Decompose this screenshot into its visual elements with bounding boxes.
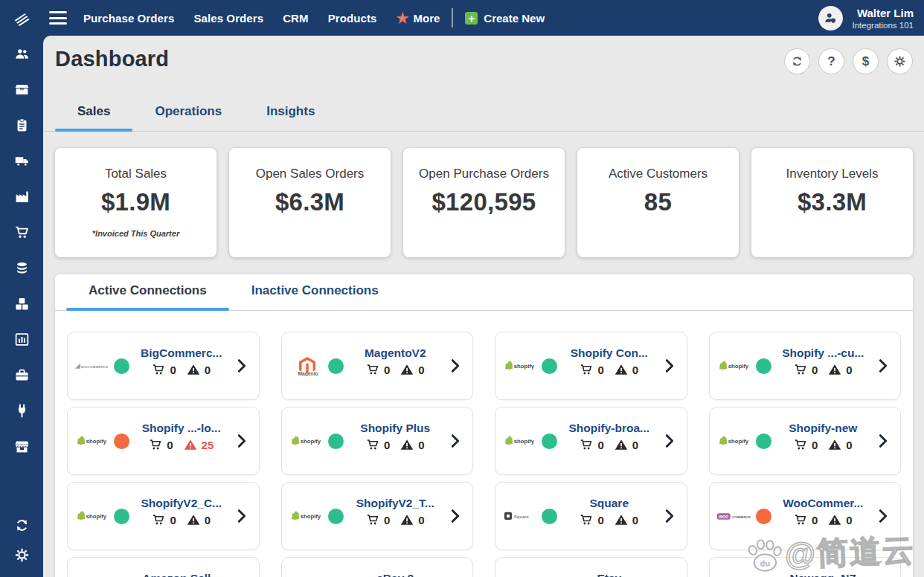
connection-title[interactable]: Shopify ...-lo... xyxy=(129,422,234,435)
svg-text:shopify: shopify xyxy=(300,513,321,520)
user-avatar[interactable] xyxy=(818,6,843,30)
connection-title[interactable]: Shopify Plus xyxy=(344,422,448,435)
connection-card-bigcommerc[interactable]: BIGCOMMERCE BigCommerc... 0 0 xyxy=(67,332,260,400)
connection-title[interactable]: Amazon Sell... xyxy=(129,572,234,577)
person-shield-icon xyxy=(823,10,838,25)
gear-icon[interactable] xyxy=(0,540,43,570)
tab-active-connections[interactable]: Active Connections xyxy=(66,274,229,310)
chevron-right-icon[interactable] xyxy=(234,508,250,524)
connection-title[interactable]: WooCommer... xyxy=(771,497,876,510)
sync-icon[interactable] xyxy=(0,510,43,540)
connection-title[interactable]: Square xyxy=(557,497,661,510)
star-icon: ★ xyxy=(396,11,408,25)
chevron-right-icon[interactable] xyxy=(234,433,250,449)
connection-card-magentov2[interactable]: Magento MagentoV2 0 0 xyxy=(281,332,474,400)
gear-icon xyxy=(893,55,906,68)
nav-item-more[interactable]: ★ More xyxy=(396,11,440,25)
connection-title[interactable]: eBay 2 xyxy=(344,572,448,577)
tab-sales[interactable]: Sales xyxy=(55,94,132,131)
errors-count: 0 xyxy=(418,439,424,451)
menu-icon[interactable] xyxy=(43,11,73,25)
connection-title[interactable]: ShopifyV2_T... xyxy=(344,497,448,510)
connection-card-woocommer[interactable]: WOOCOMMERCE WooCommer... 0 0 xyxy=(709,482,902,550)
bar-chart-icon[interactable] xyxy=(0,321,43,357)
svg-text:shopify: shopify xyxy=(514,438,535,445)
chevron-right-icon[interactable] xyxy=(661,433,678,449)
connection-card-shopifyv2-c[interactable]: shopify ShopifyV2_C... 0 0 xyxy=(67,482,260,550)
svg-text:shopify: shopify xyxy=(86,438,107,445)
question-button[interactable]: ? xyxy=(818,48,844,74)
connection-card-shopify-plus[interactable]: shopify Shopify Plus 0 0 xyxy=(281,407,474,475)
connection-title[interactable]: Shopify-broa... xyxy=(557,422,661,435)
connection-card-shopify-broa[interactable]: shopify Shopify-broa... 0 0 xyxy=(495,407,687,475)
cart-icon xyxy=(580,438,593,451)
tab-inactive-connections[interactable]: Inactive Connections xyxy=(229,274,401,310)
create-new-button[interactable]: + Create New xyxy=(465,12,545,25)
orders-count: 0 xyxy=(597,514,603,526)
tab-insights[interactable]: Insights xyxy=(244,94,337,131)
chevron-right-icon[interactable] xyxy=(234,358,250,374)
connection-title[interactable]: Shopify-new xyxy=(771,422,876,435)
factory-icon[interactable] xyxy=(0,178,43,214)
connection-card-shopify-cu[interactable]: shopify Shopify ...-cu... 0 0 xyxy=(709,332,902,400)
package-icon[interactable] xyxy=(0,71,43,107)
connection-title[interactable]: Shopify Con... xyxy=(557,346,661,360)
chevron-right-icon[interactable] xyxy=(875,358,891,374)
truck-icon[interactable] xyxy=(0,143,43,178)
shopify-logo: shopify xyxy=(714,360,756,371)
plug-icon[interactable] xyxy=(0,393,43,428)
gear-button[interactable] xyxy=(887,48,913,74)
nav-item-sales-orders[interactable]: Sales Orders xyxy=(193,12,263,25)
connection-card-shopify-lo[interactable]: shopify Shopify ...-lo... 0 25 xyxy=(67,407,260,475)
main-menu: Purchase OrdersSales OrdersCRMProducts xyxy=(83,12,376,25)
coins-icon[interactable] xyxy=(0,250,43,286)
cubes-icon[interactable] xyxy=(0,286,43,321)
connection-card-shopifyv2-t[interactable]: shopify ShopifyV2_T... 0 0 xyxy=(281,482,474,550)
user-info[interactable]: Walter Lim Integrations 101 xyxy=(853,7,914,30)
chevron-right-icon[interactable] xyxy=(447,508,463,524)
connection-title[interactable]: BigCommerc... xyxy=(129,346,234,360)
clipboard-icon[interactable] xyxy=(0,107,43,143)
warning-icon xyxy=(400,513,414,526)
connection-card-etsy[interactable]: Etsy xyxy=(495,557,687,577)
connection-card-shopify-con[interactable]: shopify Shopify Con... 0 0 xyxy=(495,332,687,400)
nav-item-purchase-orders[interactable]: Purchase Orders xyxy=(83,12,174,25)
dollar-button[interactable]: $ xyxy=(853,48,879,74)
nav-item-label: More xyxy=(414,12,440,25)
connection-card-amazon-sell[interactable]: Amazon Sell... xyxy=(67,557,260,577)
connection-card-shopify-new[interactable]: shopify Shopify-new 0 0 xyxy=(709,407,902,475)
errors-count: 0 xyxy=(418,364,424,376)
chevron-right-icon[interactable] xyxy=(447,433,463,449)
nav-item-crm[interactable]: CRM xyxy=(283,12,308,25)
cart-icon[interactable] xyxy=(0,214,43,250)
nav-item-products[interactable]: Products xyxy=(328,12,377,25)
connection-card-ebay-2[interactable]: eBay 2 xyxy=(281,557,474,577)
bigcommerce-logo: BIGCOMMERCE xyxy=(72,362,114,370)
chevron-right-icon[interactable] xyxy=(875,508,891,524)
storefront-icon[interactable] xyxy=(0,428,43,464)
shopify-logo: shopify xyxy=(72,435,114,446)
users-icon[interactable] xyxy=(0,36,43,71)
connection-title[interactable]: ShopifyV2_C... xyxy=(129,497,234,510)
cart-icon xyxy=(366,363,379,376)
connection-card-newegg-nz[interactable]: Newegg -NZ xyxy=(709,557,902,577)
connection-title[interactable]: Etsy xyxy=(557,572,661,577)
orders-count: 0 xyxy=(812,364,818,376)
chevron-right-icon[interactable] xyxy=(661,508,678,524)
briefcase-icon[interactable] xyxy=(0,357,43,393)
connection-card-square[interactable]: Square Square 0 0 xyxy=(495,482,687,550)
chevron-right-icon[interactable] xyxy=(447,358,463,374)
kpi-value: $120,595 xyxy=(403,188,565,216)
app-logo[interactable] xyxy=(0,0,43,36)
connection-title[interactable]: Shopify ...-cu... xyxy=(771,346,876,360)
tab-operations[interactable]: Operations xyxy=(132,94,244,131)
chevron-right-icon[interactable] xyxy=(661,358,678,374)
shopify-logo: shopify xyxy=(500,360,542,371)
sidebar xyxy=(0,36,43,577)
sync-button[interactable] xyxy=(784,48,810,74)
kpi-note: *Invoiced This Quarter xyxy=(55,229,216,238)
chevron-right-icon[interactable] xyxy=(875,433,891,449)
nav-item-label: Sales Orders xyxy=(193,12,263,25)
connection-title[interactable]: Newegg -NZ xyxy=(771,572,876,577)
connection-title[interactable]: MagentoV2 xyxy=(344,346,448,360)
